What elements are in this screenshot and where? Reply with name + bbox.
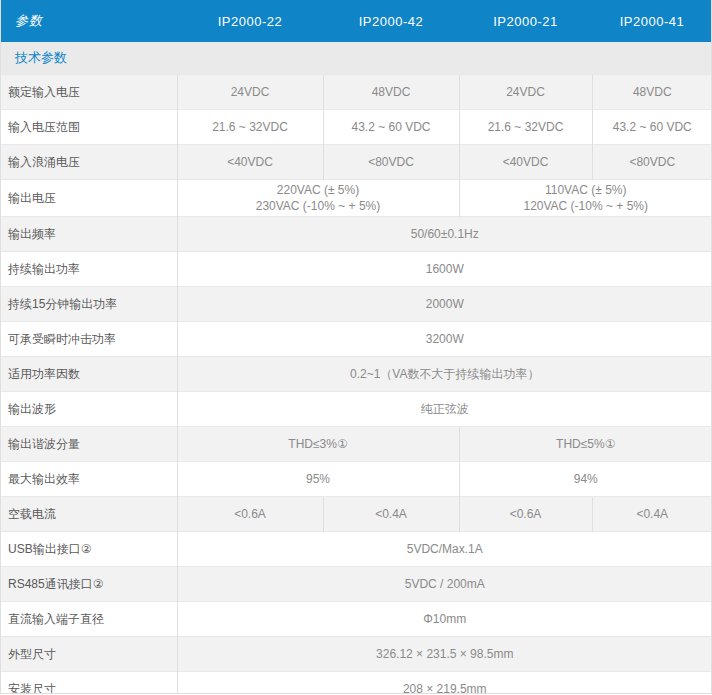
model-column-header-1: IP2000-22	[177, 0, 323, 42]
spec-row: 输出频率50/60±0.1Hz	[0, 217, 712, 252]
spec-table: 参数 IP2000-22 IP2000-42 IP2000-21 IP2000-…	[0, 0, 712, 694]
spec-value-cell: THD≤3%①	[177, 427, 459, 462]
spec-value-cell: 43.2 ~ 60 VDC	[323, 110, 459, 145]
spec-row: 空载电流<0.6A<0.4A<0.6A<0.4A	[0, 497, 712, 532]
spec-value-cell: 24VDC	[177, 75, 323, 110]
spec-row-label: 额定输入电压	[0, 75, 177, 110]
spec-row: 输入浪涌电压<40VDC<80VDC<40VDC<80VDC	[0, 145, 712, 180]
spec-row: 持续15分钟输出功率2000W	[0, 287, 712, 322]
spec-row-label: 输入浪涌电压	[0, 145, 177, 180]
spec-value-cell: 94%	[459, 462, 712, 497]
spec-value-cell: Φ10mm	[177, 602, 712, 637]
spec-row: 安装尺寸208 × 219.5mm	[0, 672, 712, 695]
spec-row: 适用功率因数0.2~1（VA数不大于持续输出功率）	[0, 357, 712, 392]
spec-value-cell: <80VDC	[592, 145, 712, 180]
spec-value-cell: 2000W	[177, 287, 712, 322]
section-title: 技术参数	[0, 42, 712, 75]
spec-row-label: 输出谐波分量	[0, 427, 177, 462]
spec-row-label: 输出波形	[0, 392, 177, 427]
spec-value-cell: <80VDC	[323, 145, 459, 180]
spec-row: 可承受瞬时冲击功率3200W	[0, 322, 712, 357]
spec-row-label: 空载电流	[0, 497, 177, 532]
spec-table-frame: 参数 IP2000-22 IP2000-42 IP2000-21 IP2000-…	[0, 0, 712, 694]
spec-row-label: 最大输出效率	[0, 462, 177, 497]
section-header-row: 技术参数	[0, 42, 712, 75]
spec-value-cell: 48VDC	[592, 75, 712, 110]
spec-value-cell: <0.6A	[177, 497, 323, 532]
spec-row-label: 适用功率因数	[0, 357, 177, 392]
spec-row: 直流输入端子直径Φ10mm	[0, 602, 712, 637]
spec-row-label: USB输出接口②	[0, 532, 177, 567]
spec-value-cell: 0.2~1（VA数不大于持续输出功率）	[177, 357, 712, 392]
spec-row-label: 外型尺寸	[0, 637, 177, 672]
spec-row: 额定输入电压24VDC48VDC24VDC48VDC	[0, 75, 712, 110]
spec-value-cell: 110VAC (± 5%) 120VAC (-10% ~ + 5%)	[459, 180, 712, 217]
spec-row: 输出电压220VAC (± 5%) 230VAC (-10% ~ + 5%)11…	[0, 180, 712, 217]
spec-value-cell: 43.2 ~ 60 VDC	[592, 110, 712, 145]
spec-value-cell: <40VDC	[177, 145, 323, 180]
spec-value-cell: <0.4A	[592, 497, 712, 532]
spec-value-cell: <40VDC	[459, 145, 592, 180]
spec-row: USB输出接口②5VDC/Max.1A	[0, 532, 712, 567]
spec-row-label: 持续15分钟输出功率	[0, 287, 177, 322]
spec-value-cell: THD≤5%①	[459, 427, 712, 462]
spec-value-cell: 48VDC	[323, 75, 459, 110]
spec-value-cell: <0.4A	[323, 497, 459, 532]
spec-row: 输出波形纯正弦波	[0, 392, 712, 427]
spec-row-label: 输出电压	[0, 180, 177, 217]
spec-row-label: 输入电压范围	[0, 110, 177, 145]
model-column-header-3: IP2000-21	[459, 0, 592, 42]
spec-value-cell: <0.6A	[459, 497, 592, 532]
spec-row: 最大输出效率95%94%	[0, 462, 712, 497]
spec-row: 持续输出功率1600W	[0, 252, 712, 287]
spec-table-body: 额定输入电压24VDC48VDC24VDC48VDC输入电压范围21.6 ~ 3…	[0, 75, 712, 695]
spec-row: 输出谐波分量THD≤3%①THD≤5%①	[0, 427, 712, 462]
spec-value-cell: 220VAC (± 5%) 230VAC (-10% ~ + 5%)	[177, 180, 459, 217]
spec-row: RS485通讯接口②5VDC / 200mA	[0, 567, 712, 602]
spec-row: 外型尺寸326.12 × 231.5 × 98.5mm	[0, 637, 712, 672]
spec-row-label: 持续输出功率	[0, 252, 177, 287]
spec-value-cell: 50/60±0.1Hz	[177, 217, 712, 252]
model-column-header-4: IP2000-41	[592, 0, 712, 42]
spec-value-cell: 95%	[177, 462, 459, 497]
spec-value-cell: 5VDC/Max.1A	[177, 532, 712, 567]
spec-row-label: 安装尺寸	[0, 672, 177, 695]
spec-value-cell: 纯正弦波	[177, 392, 712, 427]
model-header-row: 参数 IP2000-22 IP2000-42 IP2000-21 IP2000-…	[0, 0, 712, 42]
spec-row: 输入电压范围21.6 ~ 32VDC43.2 ~ 60 VDC21.6 ~ 32…	[0, 110, 712, 145]
spec-row-label: RS485通讯接口②	[0, 567, 177, 602]
spec-value-cell: 1600W	[177, 252, 712, 287]
spec-value-cell: 21.6 ~ 32VDC	[177, 110, 323, 145]
param-column-header: 参数	[0, 0, 177, 42]
spec-value-cell: 21.6 ~ 32VDC	[459, 110, 592, 145]
spec-value-cell: 24VDC	[459, 75, 592, 110]
model-column-header-2: IP2000-42	[323, 0, 459, 42]
spec-value-cell: 208 × 219.5mm	[177, 672, 712, 695]
spec-value-cell: 326.12 × 231.5 × 98.5mm	[177, 637, 712, 672]
spec-value-cell: 5VDC / 200mA	[177, 567, 712, 602]
spec-row-label: 输出频率	[0, 217, 177, 252]
spec-row-label: 直流输入端子直径	[0, 602, 177, 637]
spec-value-cell: 3200W	[177, 322, 712, 357]
spec-row-label: 可承受瞬时冲击功率	[0, 322, 177, 357]
